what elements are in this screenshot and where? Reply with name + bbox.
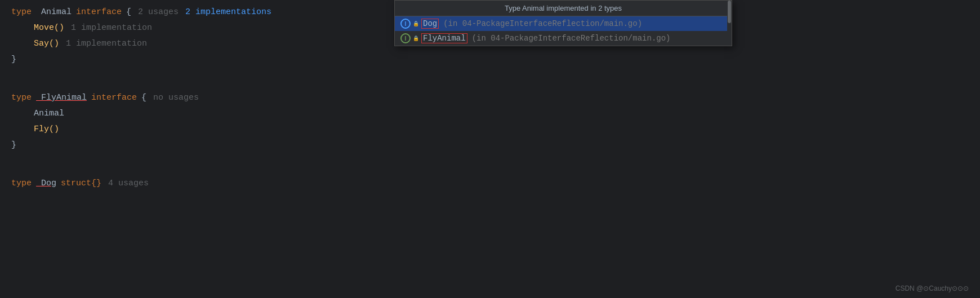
hint-say: 1 implementation: [66, 37, 147, 51]
code-line-6: Animal: [0, 106, 980, 122]
implementations-popup: Type Animal implemented in 2 types I 🔒 D…: [394, 0, 732, 46]
open-brace-2: {: [141, 91, 146, 105]
gap-1: [0, 68, 980, 90]
popup-item-dog[interactable]: I 🔒 Dog (in 04-PackageInterfaceReflectio…: [395, 16, 732, 31]
keyword-type-3: type: [11, 177, 32, 190]
gap-2: [0, 153, 980, 176]
keyword-type-2: type: [11, 91, 32, 105]
hint-flyanimal-usages: no usages: [153, 91, 199, 105]
code-line-8: }: [0, 137, 980, 153]
visibility-icon-dog: 🔒: [413, 21, 419, 27]
keyword-struct: struct{}: [61, 177, 101, 190]
code-editor: type Animal interface { 2 usages 2 imple…: [0, 0, 980, 196]
watermark: CSDN @⊙Cauchy⊙⊙⊙: [896, 284, 969, 292]
popup-scrollbar: [727, 1, 732, 46]
type-name-flyanimal: FlyAnimal: [36, 91, 87, 105]
keyword-type-1: type: [11, 6, 32, 19]
popup-dog-path: (in 04-PackageInterfaceReflection/main.g…: [443, 19, 642, 28]
method-say: Say(): [34, 37, 59, 51]
type-name-animal: Animal: [36, 6, 72, 19]
close-brace-1: }: [11, 53, 16, 66]
method-move: Move(): [34, 21, 64, 35]
usage-count-1: 2 usages: [138, 6, 179, 19]
type-icon-dog: I: [400, 19, 411, 29]
visibility-icon-flyanimal: 🔒: [413, 35, 419, 42]
popup-dog-name: Dog: [421, 19, 439, 29]
code-line-9: type Dog struct{} 4 usages: [0, 176, 980, 192]
keyword-interface-2: interface: [91, 91, 137, 105]
keyword-interface-1: interface: [76, 6, 122, 19]
close-brace-2: }: [11, 139, 16, 152]
hint-move: 1 implementation: [71, 21, 152, 35]
method-fly: Fly(): [34, 123, 59, 136]
popup-flyanimal-path: (in 04-PackageInterfaceReflection/main.g…: [472, 34, 671, 43]
embedded-animal: Animal: [34, 107, 64, 121]
popup-scrollbar-thumb: [728, 1, 731, 23]
hint-dog-usages: 4 usages: [108, 177, 149, 190]
open-brace-1: {: [126, 6, 131, 19]
code-line-4: }: [0, 52, 980, 68]
popup-flyanimal-name: FlyAnimal: [421, 33, 467, 43]
implementations-link-1[interactable]: 2 implementations: [185, 6, 271, 19]
popup-header: Type Animal implemented in 2 types: [395, 1, 732, 16]
popup-item-flyanimal[interactable]: I 🔒 FlyAnimal (in 04-PackageInterfaceRef…: [395, 31, 732, 46]
code-line-5: type FlyAnimal interface { no usages: [0, 90, 980, 106]
type-name-dog: Dog: [36, 177, 56, 190]
code-line-7: Fly(): [0, 122, 980, 137]
type-icon-flyanimal: I: [400, 33, 411, 43]
